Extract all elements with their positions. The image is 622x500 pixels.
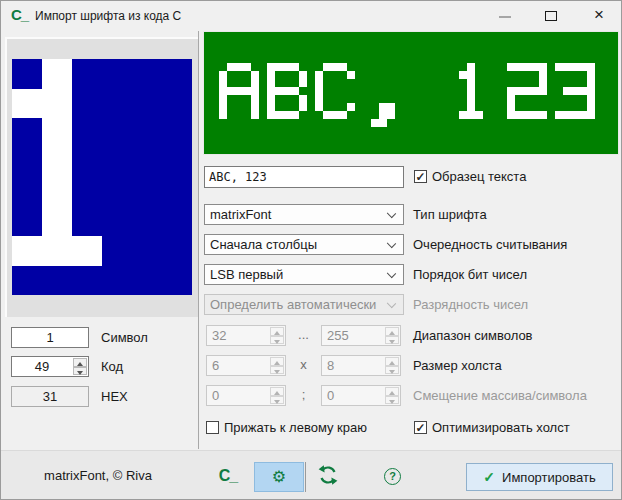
arrow-up-icon (274, 361, 280, 365)
spin-down-button (385, 396, 399, 405)
read-order-value: Сначала столбцы (210, 235, 381, 254)
text-preview-display (203, 31, 619, 155)
app-logo-icon: C_ (11, 6, 28, 23)
char-range-start-spinner: 32 (206, 325, 286, 346)
preview-pixel-text (219, 63, 603, 127)
canvas-width-spinner: 6 (206, 355, 286, 376)
char-range-end-value: 255 (322, 326, 384, 345)
align-left-checkbox[interactable] (206, 421, 219, 434)
read-order-combo[interactable]: Сначала столбцы (204, 234, 404, 255)
char-range-label: Диапазон символов (413, 325, 533, 346)
offset-label: Смещение массива/символа (413, 385, 587, 406)
import-button-label: Импортировать (502, 470, 596, 485)
size-separator: x (286, 355, 321, 376)
maximize-icon (545, 11, 557, 21)
import-font-dialog: C_ Импорт шрифта из кода C × 1 Символ 49… (0, 0, 622, 500)
spin-up-button (385, 327, 399, 336)
code-spinner[interactable]: 49 (11, 356, 89, 377)
gear-icon: ⚙ (272, 467, 286, 486)
checkmark-icon: ✓ (483, 469, 495, 485)
chevron-down-icon (387, 269, 396, 278)
arrow-down-icon (77, 371, 83, 375)
arrow-down-icon (389, 340, 395, 344)
close-button[interactable]: × (579, 1, 619, 31)
spin-up-button (270, 357, 284, 366)
arrow-up-icon (389, 391, 395, 395)
spin-up-button (270, 387, 284, 396)
chevron-down-icon (387, 299, 396, 308)
close-icon: × (594, 5, 604, 24)
refresh-icon (317, 464, 339, 486)
symbol-input[interactable]: 1 (11, 327, 89, 348)
code-spin-down-button[interactable] (73, 367, 87, 376)
array-offset-spinner: 0 (206, 385, 286, 406)
number-width-label: Разрядность чисел (413, 294, 528, 315)
import-button[interactable]: ✓Импортировать (466, 463, 613, 491)
number-width-value: Определить автоматически (210, 295, 381, 314)
align-left-checkbox-label: Прижать к левому краю (224, 420, 367, 435)
arrow-up-icon (274, 331, 280, 335)
symbol-offset-value: 0 (322, 386, 384, 405)
arrow-down-icon (274, 400, 280, 404)
help-icon: ? (384, 468, 401, 485)
canvas-size-label: Размер холста (413, 355, 502, 376)
window-title: Импорт шрифта из кода C (35, 1, 181, 31)
chevron-down-icon (387, 209, 396, 218)
arrow-down-icon (389, 370, 395, 374)
sample-text-checkbox[interactable]: ✓ (414, 170, 427, 183)
symbol-offset-spinner: 0 (321, 385, 401, 406)
bit-order-value: LSB первый (210, 265, 381, 284)
char-range-start-value: 32 (207, 326, 269, 345)
char-range-end-spinner: 255 (321, 325, 401, 346)
minimize-icon (499, 16, 511, 18)
optimize-canvas-checkbox-label: Оптимизировать холст (432, 420, 570, 435)
read-order-label: Очередность считывания (413, 234, 567, 255)
arrow-down-icon (274, 340, 280, 344)
font-type-label: Тип шрифта (413, 204, 487, 225)
glyph-pixel-canvas (12, 59, 192, 295)
arrow-up-icon (389, 361, 395, 365)
spin-up-button (385, 387, 399, 396)
hex-field: 31 (11, 386, 89, 407)
bit-order-combo[interactable]: LSB первый (204, 264, 404, 285)
spin-down-button (270, 366, 284, 375)
spin-down-button (270, 396, 284, 405)
footer-bar: matrixFont, © Riva C_ ⚙ ? ✓Импортировать (1, 450, 622, 500)
font-type-value: matrixFont (210, 205, 381, 224)
app-logo-icon: C_ (215, 451, 241, 500)
refresh-button[interactable] (315, 464, 341, 490)
code-value: 49 (12, 357, 72, 376)
symbol-label: Символ (101, 327, 148, 348)
sample-text-checkbox-label: Образец текста (432, 169, 526, 184)
arrow-up-icon (77, 362, 83, 366)
settings-button[interactable]: ⚙ (254, 462, 304, 492)
font-type-combo[interactable]: matrixFont (204, 204, 404, 225)
sample-text-input[interactable]: ABC, 123 (204, 166, 404, 188)
canvas-height-value: 8 (322, 356, 384, 375)
arrow-up-icon (389, 331, 395, 335)
glyph-preview-panel (5, 37, 198, 317)
arrow-down-icon (274, 370, 280, 374)
number-width-combo: Определить автоматически (204, 294, 404, 315)
spin-down-button (270, 336, 284, 345)
hex-label: HEX (101, 386, 128, 407)
bit-order-label: Порядок бит чисел (413, 264, 527, 285)
code-label: Код (101, 356, 123, 377)
optimize-canvas-checkbox[interactable]: ✓ (414, 421, 427, 434)
spin-down-button (385, 336, 399, 345)
spin-up-button (270, 327, 284, 336)
array-offset-value: 0 (207, 386, 269, 405)
range-separator: ... (286, 325, 321, 346)
canvas-height-spinner: 8 (321, 355, 401, 376)
canvas-width-value: 6 (207, 356, 269, 375)
help-button[interactable]: ? (380, 464, 406, 490)
spin-up-button (385, 357, 399, 366)
arrow-up-icon (274, 391, 280, 395)
toolbar-separator (305, 462, 306, 492)
maximize-button[interactable] (534, 1, 568, 31)
minimize-button (488, 1, 522, 31)
spin-down-button (385, 366, 399, 375)
arrow-down-icon (389, 400, 395, 404)
code-spin-up-button[interactable] (73, 358, 87, 367)
vertical-separator (198, 31, 199, 449)
